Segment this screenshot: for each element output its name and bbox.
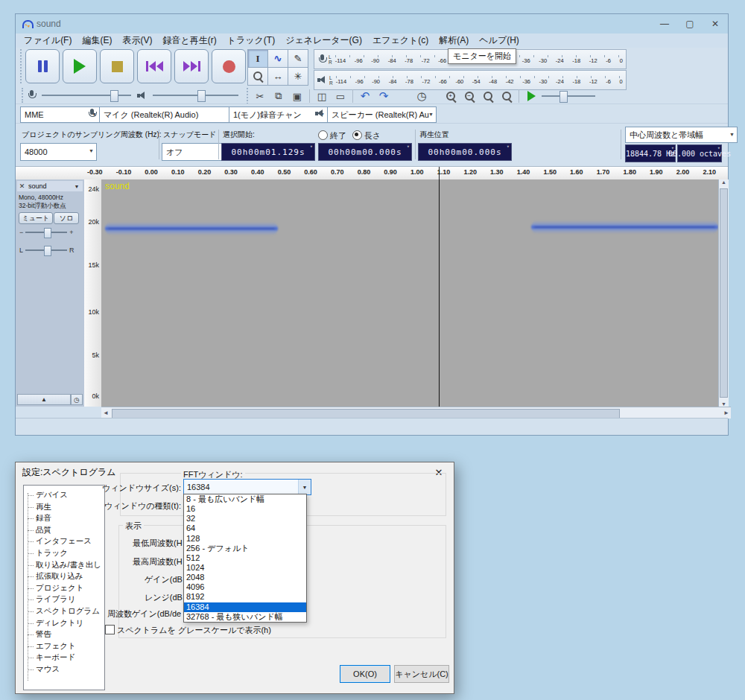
window-size-option[interactable]: 32768 - 最も狭いバンド幅: [184, 612, 306, 622]
menu-item[interactable]: トラック(T): [222, 34, 280, 47]
pan-slider[interactable]: L R: [19, 245, 74, 255]
preferences-tree-item[interactable]: 品質: [29, 524, 104, 536]
record-button[interactable]: [212, 49, 246, 83]
play-position-field[interactable]: 00h00m00.000s: [418, 143, 512, 161]
zoom-fit-button[interactable]: [498, 88, 515, 104]
cut-button[interactable]: ✂: [252, 88, 268, 104]
undo-button[interactable]: ↶: [357, 88, 373, 104]
window-size-option[interactable]: 32: [184, 514, 306, 524]
selection-start-field[interactable]: 00h00m01.129s: [221, 143, 315, 161]
selection-length-field[interactable]: 00h00m00.000s: [318, 143, 412, 161]
spectrogram-view[interactable]: sound: [101, 179, 718, 407]
solo-button[interactable]: ソロ: [54, 212, 79, 224]
skip-to-end-button[interactable]: [174, 49, 209, 83]
multi-tool-button[interactable]: ✳: [288, 67, 308, 86]
selection-tool-button[interactable]: I: [247, 49, 268, 68]
preferences-tree-item[interactable]: エフェクト: [29, 640, 104, 652]
zoom-in-button[interactable]: +: [443, 88, 459, 104]
playback-device-dropdown[interactable]: スピーカー (Realtek(R) Au: [327, 106, 437, 123]
window-size-option[interactable]: 64: [184, 524, 306, 533]
cancel-button[interactable]: キャンセル(C): [394, 665, 449, 683]
bandwidth-field[interactable]: 00.000 octaves: [677, 144, 722, 162]
menu-item[interactable]: 表示(V): [117, 34, 157, 47]
preferences-tree-item[interactable]: トラック: [29, 547, 104, 559]
play-speed-slider[interactable]: [542, 89, 595, 103]
window-size-option[interactable]: 2048: [184, 573, 306, 582]
horizontal-scrollbar[interactable]: ◄ ►: [101, 407, 731, 419]
paste-button[interactable]: ▣: [289, 88, 305, 104]
close-icon[interactable]: ✕: [703, 14, 728, 34]
skip-to-start-button[interactable]: [137, 49, 171, 83]
preferences-tree-item[interactable]: ディレクトリ: [29, 617, 104, 629]
playback-meter[interactable]: LR -114-96-90-84-78-72-66-60-54-48-42-36…: [314, 70, 627, 90]
preferences-tree-item[interactable]: 拡張取り込み: [29, 570, 104, 582]
spectral-selection-mode-dropdown[interactable]: 中心周波数と帯域幅: [625, 127, 738, 143]
ok-button[interactable]: OK(O): [340, 665, 390, 683]
playback-volume-slider[interactable]: [153, 89, 238, 102]
envelope-tool-button[interactable]: ∿: [267, 49, 288, 68]
vertical-scroll-thumb[interactable]: [720, 188, 728, 398]
preferences-tree-item[interactable]: プロジェクト: [29, 582, 104, 594]
scroll-up-icon[interactable]: ▲: [721, 179, 726, 185]
menu-item[interactable]: ヘルプ(H): [474, 34, 524, 47]
zoom-selection-button[interactable]: [480, 88, 496, 104]
play-at-speed-button[interactable]: [523, 88, 539, 104]
menu-item[interactable]: 録音と再生(r): [157, 34, 221, 47]
timeline-ruler[interactable]: -0.30-0.100.000.100.200.300.400.500.600.…: [16, 166, 728, 181]
preferences-tree-item[interactable]: スペクトログラム: [29, 605, 104, 617]
track-menu-icon[interactable]: ▼: [71, 184, 83, 189]
window-size-option[interactable]: 4096: [184, 582, 306, 592]
preferences-tree-item[interactable]: 警告: [29, 629, 104, 640]
draw-tool-button[interactable]: ✎: [288, 49, 308, 68]
window-size-option[interactable]: 16: [184, 504, 306, 514]
preferences-tree-item[interactable]: キーボード: [29, 652, 104, 664]
preferences-tree-item[interactable]: マウス: [29, 664, 104, 675]
trim-audio-button[interactable]: ◫: [314, 88, 330, 104]
menu-item[interactable]: ファイル(F): [19, 34, 77, 47]
play-button[interactable]: [63, 49, 97, 83]
preferences-tree-item[interactable]: 取り込み/書き出し: [29, 559, 104, 571]
redo-button[interactable]: ↷: [375, 88, 392, 104]
pause-button[interactable]: [25, 49, 60, 83]
length-radio[interactable]: [352, 130, 362, 140]
preferences-tree-item[interactable]: ライブラリ: [29, 594, 104, 605]
silence-audio-button[interactable]: ▭: [332, 88, 349, 104]
window-size-option[interactable]: 512: [184, 553, 306, 563]
scroll-down-icon[interactable]: ▼: [721, 401, 726, 407]
project-rate-dropdown[interactable]: 48000: [20, 143, 97, 161]
timer-button[interactable]: ◷: [413, 88, 430, 104]
track-control-panel[interactable]: ✕ sound ▼ Mono, 48000Hz 32-bit浮動小数点 ミュート…: [16, 179, 85, 407]
recording-device-dropdown[interactable]: マイク (Realtek(R) Audio): [99, 106, 241, 123]
recording-volume-slider[interactable]: [42, 89, 131, 102]
timeshift-tool-button[interactable]: ↔: [267, 67, 288, 86]
preferences-tree-item[interactable]: インタフェース: [29, 535, 104, 547]
menu-item[interactable]: エフェクト(c): [367, 34, 434, 47]
window-size-option[interactable]: 8 - 最も広いバンド幅: [184, 494, 306, 504]
vertical-frequency-ruler[interactable]: 24k20k15k10k5k0k: [84, 179, 102, 407]
minimize-icon[interactable]: —: [652, 14, 677, 34]
recording-channels-dropdown[interactable]: 1(モノ)録音チャン: [229, 106, 328, 123]
track-corner-button[interactable]: ◷: [71, 394, 83, 405]
window-size-option[interactable]: 256 - デフォルト: [184, 544, 306, 553]
menu-item[interactable]: ジェネレーター(G): [280, 34, 367, 47]
gain-slider[interactable]: − +: [19, 227, 74, 238]
window-size-option[interactable]: 128: [184, 534, 306, 544]
copy-button[interactable]: ⧉: [270, 88, 287, 104]
window-size-option[interactable]: 1024: [184, 563, 306, 573]
zoom-out-button[interactable]: −: [461, 88, 478, 104]
scroll-left-icon[interactable]: ◄: [103, 410, 109, 416]
window-size-option[interactable]: 16384: [184, 602, 306, 612]
end-radio[interactable]: [318, 130, 328, 140]
preferences-tree-item[interactable]: 録音: [29, 512, 104, 524]
zoom-tool-button[interactable]: [247, 67, 268, 86]
window-size-dropdown[interactable]: 16384: [183, 479, 311, 495]
window-size-option[interactable]: 8192: [184, 592, 306, 602]
vertical-scrollbar[interactable]: ▲ ▼: [718, 179, 729, 407]
track-close-icon[interactable]: ✕: [17, 182, 27, 190]
menu-item[interactable]: 解析(A): [434, 34, 474, 47]
collapse-track-button[interactable]: ▲: [17, 394, 71, 405]
scroll-right-icon[interactable]: ►: [723, 410, 729, 416]
mute-button[interactable]: ミュート: [19, 212, 53, 224]
stop-button[interactable]: [100, 49, 134, 83]
menu-item[interactable]: 編集(E): [77, 34, 117, 47]
